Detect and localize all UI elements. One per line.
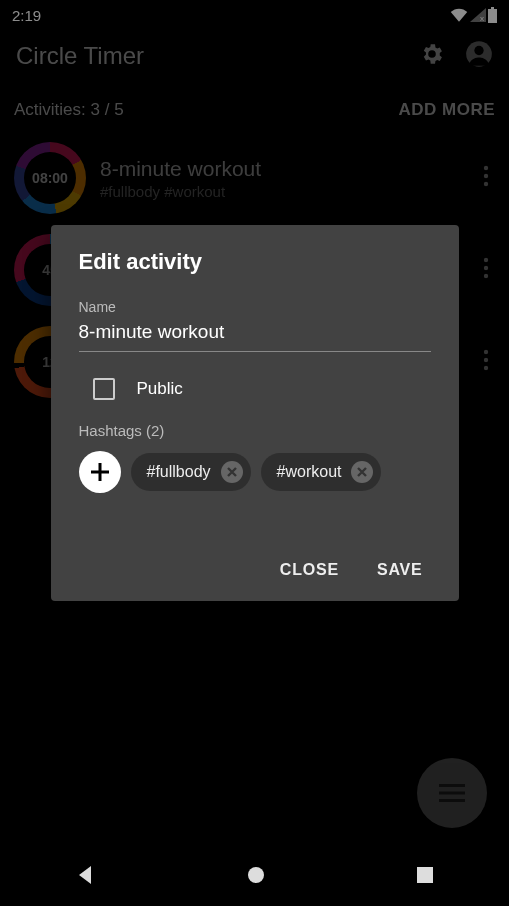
dialog-overlay[interactable]: Edit activity Name Public Hashtags (2) #…	[0, 0, 509, 906]
home-icon	[246, 865, 266, 885]
svg-point-19	[248, 867, 264, 883]
hashtag-row: #fullbody #workout	[79, 451, 431, 493]
hashtags-label: Hashtags (2)	[79, 422, 431, 439]
home-button[interactable]	[246, 865, 266, 889]
svg-rect-18	[91, 471, 109, 474]
public-label: Public	[137, 379, 183, 399]
name-input[interactable]	[79, 317, 431, 352]
back-icon	[75, 864, 97, 886]
recents-button[interactable]	[416, 866, 434, 888]
edit-activity-dialog: Edit activity Name Public Hashtags (2) #…	[51, 225, 459, 601]
hashtag-chip[interactable]: #workout	[261, 453, 382, 491]
dialog-title: Edit activity	[79, 249, 431, 275]
save-button[interactable]: SAVE	[373, 553, 427, 587]
back-button[interactable]	[75, 864, 97, 890]
chip-label: #fullbody	[147, 463, 211, 481]
svg-rect-20	[417, 867, 433, 883]
close-button[interactable]: CLOSE	[276, 553, 343, 587]
add-hashtag-button[interactable]	[79, 451, 121, 493]
public-checkbox[interactable]	[93, 378, 115, 400]
chip-remove-button[interactable]	[351, 461, 373, 483]
close-icon	[356, 466, 368, 478]
chip-label: #workout	[277, 463, 342, 481]
dialog-actions: CLOSE SAVE	[79, 553, 431, 587]
recents-icon	[416, 866, 434, 884]
public-checkbox-row[interactable]: Public	[93, 378, 431, 400]
system-nav-bar	[0, 848, 509, 906]
chip-remove-button[interactable]	[221, 461, 243, 483]
hashtag-chip[interactable]: #fullbody	[131, 453, 251, 491]
close-icon	[226, 466, 238, 478]
plus-icon	[89, 461, 111, 483]
name-field-label: Name	[79, 299, 431, 315]
